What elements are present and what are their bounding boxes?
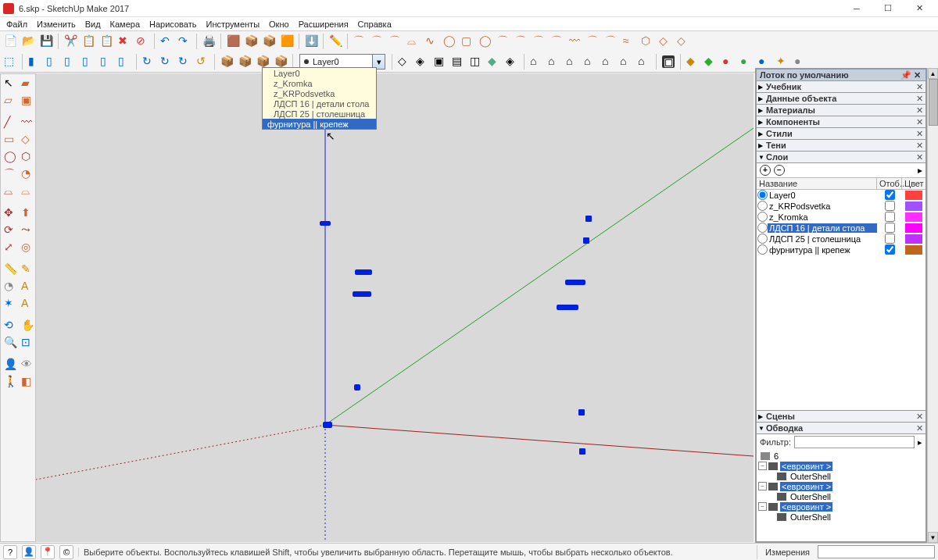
menu-window[interactable]: Окно <box>264 18 294 30</box>
section-tool[interactable]: ◧ <box>20 374 35 390</box>
component-tool[interactable]: ▣ <box>20 93 35 109</box>
move-tool[interactable]: ✥ <box>2 205 18 221</box>
pencil-button[interactable]: ✏️ <box>327 33 344 50</box>
layer-active-radio[interactable] <box>757 223 768 233</box>
arc9-button[interactable]: ⌒ <box>495 33 512 50</box>
tree-row[interactable]: −<евровинт > <box>758 461 924 471</box>
layer-color-swatch[interactable] <box>905 212 922 222</box>
refresh2-button[interactable]: ↻ <box>158 53 175 70</box>
layer-color-swatch[interactable] <box>905 245 922 255</box>
tray-header[interactable]: Лоток по умолчанию 📌 ✕ <box>756 69 926 81</box>
section-close-icon[interactable]: ✕ <box>915 105 924 116</box>
section-close-icon[interactable]: ✕ <box>915 141 924 151</box>
orbit-tool[interactable]: ⟲ <box>2 318 18 334</box>
arc17-button[interactable]: ⬡ <box>639 33 656 50</box>
house4-button[interactable]: ⌂ <box>582 53 599 70</box>
layer-active-radio[interactable] <box>757 244 768 255</box>
layer-active-radio[interactable] <box>757 212 768 222</box>
open-file-button[interactable]: 📂 <box>20 33 37 50</box>
section-components[interactable]: ▶Компоненты✕ <box>756 116 926 128</box>
layer-row[interactable]: z_KRPodsvetka <box>757 201 925 212</box>
circle-tool[interactable]: ◯ <box>2 149 18 165</box>
protractor-tool[interactable]: ◔ <box>2 279 18 294</box>
erase-button[interactable]: ⊘ <box>134 33 151 50</box>
arc3-tool[interactable]: ⌓ <box>20 184 35 199</box>
redo-button[interactable]: ↷ <box>176 33 193 50</box>
viewport[interactable] <box>36 73 754 542</box>
layer-row[interactable]: z_Kromka <box>757 212 925 223</box>
menu-help[interactable]: Справка <box>353 18 396 30</box>
arc13-button[interactable]: 〰 <box>567 33 584 50</box>
model-info-button[interactable]: 🟫 <box>224 33 242 50</box>
scroll-up-button[interactable]: ▲ <box>928 68 938 79</box>
house7-button[interactable]: ⌂ <box>635 53 653 70</box>
layer-dropdown-list[interactable]: Layer0 z_Kromka z_KRPodsvetka ЛДСП 16 | … <box>262 67 377 130</box>
scroll-down-button[interactable]: ▼ <box>928 532 938 543</box>
section-scenes[interactable]: ▶Сцены✕ <box>756 410 926 423</box>
new-file-button[interactable]: 📄 <box>2 33 19 50</box>
view3-button[interactable]: ▯ <box>62 53 79 70</box>
ext4-button[interactable]: ● <box>738 53 755 70</box>
freehand-tool[interactable]: 〰 <box>20 115 35 130</box>
copy-button[interactable]: 📋 <box>80 33 97 50</box>
user-button[interactable]: 👤 <box>22 545 36 559</box>
polygon-tool[interactable]: ⬡ <box>20 149 35 165</box>
iso2-button[interactable]: 📦 <box>236 53 253 70</box>
axes-tool[interactable]: ✶ <box>2 296 18 312</box>
menu-edit[interactable]: Изменить <box>32 18 81 30</box>
outliner-menu-button[interactable]: ▸ <box>918 437 922 448</box>
tree-row[interactable]: OuterShell <box>758 512 924 522</box>
arc8-button[interactable]: ◯ <box>477 33 494 50</box>
layer-row[interactable]: Layer0 <box>757 190 925 201</box>
add-layer-button[interactable]: + <box>760 165 771 176</box>
tree-row[interactable]: −<евровинт > <box>758 481 924 491</box>
layer-visible-checkbox[interactable] <box>885 244 895 255</box>
layer-visible-checkbox[interactable] <box>885 190 895 200</box>
pan-tool[interactable]: ✋ <box>20 318 35 334</box>
section-close-icon[interactable]: ✕ <box>915 412 924 422</box>
zoomwin-tool[interactable]: ⊡ <box>20 335 35 351</box>
layers-col-visible[interactable]: Отоб... <box>877 178 902 189</box>
arc6-button[interactable]: ◯ <box>441 33 458 50</box>
ext2-button[interactable]: ◆ <box>702 53 719 70</box>
dimension-tool[interactable]: ✎ <box>20 262 35 277</box>
menu-camera[interactable]: Камера <box>106 18 145 30</box>
collapse-icon[interactable]: − <box>758 502 767 511</box>
layer-row[interactable]: ЛДСП 25 | столешница <box>757 234 925 244</box>
section-close-icon[interactable]: ✕ <box>915 94 924 104</box>
layer-active-radio[interactable] <box>757 234 768 244</box>
section-layers[interactable]: ▼Слои✕ <box>756 151 926 163</box>
dropdown-item-ldsp16[interactable]: ЛДСП 16 | детали стола <box>263 98 376 109</box>
collapse-icon[interactable]: − <box>758 462 767 470</box>
section-outliner[interactable]: ▼Обводка✕ <box>756 422 926 434</box>
outliner-tree[interactable]: 6 −<евровинт > OuterShell −<евровинт > O… <box>757 450 925 541</box>
measure-input[interactable] <box>818 545 935 558</box>
section-close-icon[interactable]: ✕ <box>915 117 924 127</box>
geo-button[interactable]: 📍 <box>41 545 55 559</box>
layer-visible-checkbox[interactable] <box>885 223 895 233</box>
paint-tool[interactable]: ▰ <box>20 76 35 91</box>
dropdown-item-zkrpodsvetka[interactable]: z_KRPodsvetka <box>263 88 376 98</box>
arc15-button[interactable]: ⌒ <box>603 33 620 50</box>
help-button[interactable]: ? <box>3 545 17 559</box>
tree-row[interactable]: −<евровинт > <box>758 501 924 512</box>
position-camera-tool[interactable]: 👤 <box>2 357 18 373</box>
section-materials[interactable]: ▶Материалы✕ <box>756 104 926 116</box>
arc19-button[interactable]: ◇ <box>675 33 692 50</box>
arc7-button[interactable]: ▢ <box>459 33 476 50</box>
menu-extensions[interactable]: Расширения <box>294 18 353 30</box>
pushpull-tool[interactable]: ⬆ <box>20 205 35 221</box>
eraser-tool[interactable]: ▱ <box>2 93 18 109</box>
arc2-tool[interactable]: ⌓ <box>2 184 18 199</box>
3dtext-tool[interactable]: A <box>20 296 35 312</box>
house1-button[interactable]: ⌂ <box>528 53 545 70</box>
section-close-icon[interactable]: ✕ <box>915 152 924 162</box>
refresh1-button[interactable]: ↻ <box>140 53 157 70</box>
tape-tool[interactable]: 📏 <box>2 262 18 277</box>
select-tool[interactable]: ↖ <box>2 76 18 91</box>
followme-tool[interactable]: ⤳ <box>20 223 35 238</box>
menu-file[interactable]: Файл <box>2 18 32 30</box>
tree-row[interactable]: OuterShell <box>758 471 924 481</box>
view1-button[interactable]: ▮ <box>26 53 43 70</box>
arc12-button[interactable]: ⌒ <box>549 33 566 50</box>
